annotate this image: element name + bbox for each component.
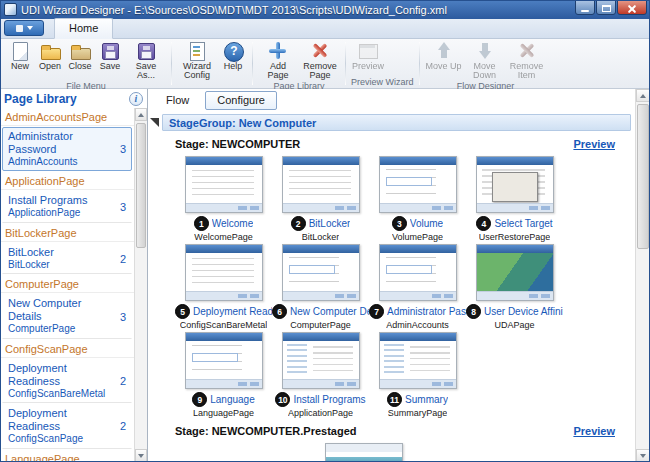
ribbon-group: Move Up Move Down Remove Item Flow Desig… [421,39,551,88]
minimize-button[interactable] [575,0,595,15]
close-button[interactable]: Close [65,41,95,71]
library-group-name: BitLockerPage [5,227,77,239]
preview-icon [355,41,381,61]
page-card[interactable]: 6 New Computer Details ComputerPage [272,244,369,330]
ribbon-button-label: Preview [352,62,384,71]
page-card[interactable]: 8 User Device Affinity UDAPage [466,244,563,330]
scroll-down-icon [640,454,646,458]
library-group-adminaccountspage: AdminAccountsPage [0,108,134,126]
help-button[interactable]: Help [218,41,248,71]
save-button[interactable]: Save [95,41,125,71]
ribbon-button-label: Save As... [127,62,165,81]
page-card-partial[interactable] [315,443,412,462]
close-button[interactable] [617,0,647,15]
page-thumbnail [379,332,457,389]
thumbnail-body [380,165,456,203]
tab-flow[interactable]: Flow [154,91,201,110]
stage-preview-link[interactable]: Preview [573,425,615,437]
scroll-up-button[interactable] [135,108,147,121]
scroll-down-button[interactable] [135,449,147,462]
page-thumbnail [282,244,360,301]
thumbnail-body [380,253,456,291]
flow-canvas: Stage: NEWCOMPUTER Preview 1 Welcome Wel… [148,135,635,462]
page-subtitle: VolumePage [392,232,443,242]
window-controls [575,0,647,15]
thumbnail-titlebar [186,333,262,341]
library-item-subtitle: ComputerPage [8,323,111,335]
add-page-icon [265,41,291,61]
library-page-item[interactable]: Install Programs ApplicationPage 3 [2,191,132,222]
page-card[interactable]: 10 Install Programs ApplicationPage [272,332,369,418]
collapse-stagegroup-icon[interactable] [150,118,159,127]
maximize-button[interactable] [596,0,616,15]
application-menu-button[interactable] [4,20,44,36]
library-item-subtitle: ApplicationPage [8,207,111,219]
tab-configure[interactable]: Configure [205,91,277,110]
page-card[interactable]: 5 Deployment Readiness ConfigScanBareMet… [175,244,272,330]
page-number-badge: 10 [275,392,290,407]
ribbon-button-label: Help [224,62,243,71]
page-subtitle: ComputerPage [290,320,351,330]
scrollbar-thumb[interactable] [637,104,649,249]
page-number-badge: 4 [476,216,491,231]
thumbnail-body [186,253,262,291]
page-card[interactable]: 2 BitLocker BitLocker [272,156,369,242]
library-group-bitlockerpage: BitLockerPage [0,224,134,242]
page-title: BitLocker [309,218,351,229]
page-card[interactable]: 9 Language LanguagePage [175,332,272,418]
library-item-subtitle: BitLocker [8,259,111,271]
page-card[interactable]: 7 Administrator Passw... AdminAccounts [369,244,466,330]
library-page-item[interactable]: Deployment Readiness ConfigScanBareMetal… [2,359,132,403]
tab-home[interactable]: Home [54,18,113,39]
page-library-panel: Page Library AdminAccountsPage Administr… [0,89,148,462]
remove-page-button[interactable]: Remove Page [299,41,341,81]
stage-preview-link[interactable]: Preview [573,138,615,150]
page-subtitle: ConfigScanBareMetal [180,320,268,330]
thumbnail-titlebar [283,333,359,341]
page-subtitle: SummaryPage [388,408,448,418]
page-card[interactable]: 1 Welcome WelcomePage [175,156,272,242]
page-caption: 6 New Computer Details [272,304,369,319]
scroll-down-button[interactable] [636,449,650,462]
page-subtitle: BitLocker [302,232,340,242]
thumbnail-buttonbar [186,291,262,300]
wizard-config-button[interactable]: Wizard Config [176,41,218,81]
library-page-item[interactable]: Deployment Readiness ConfigScanPage 2 [2,404,132,448]
page-number-badge: 9 [192,392,207,407]
ribbon-groups: New Open Close Save Save As... File Menu… [0,39,650,88]
scrollbar-thumb[interactable] [136,123,146,248]
page-subtitle: WelcomePage [194,232,252,242]
scroll-up-button[interactable] [636,89,650,102]
page-subtitle: LanguagePage [193,408,254,418]
library-item-title: BitLocker [8,246,111,259]
minimize-icon [581,10,589,12]
page-subtitle: UDAPage [494,320,534,330]
sidebar-scrollbar[interactable] [134,108,147,462]
thumbnail-titlebar [283,157,359,165]
stagegroup-title: StageGroup: New Computer [169,117,316,129]
page-number-badge: 2 [291,216,306,231]
new-button[interactable]: New [5,41,35,71]
ribbon-group: Add Page Remove Page Page Library [254,39,344,88]
page-card[interactable]: 11 Summary SummaryPage [369,332,466,418]
page-title: Welcome [212,218,254,229]
library-page-item[interactable]: BitLocker BitLocker 2 [2,243,132,274]
library-page-item[interactable]: Administrator Password AdminAccounts 3 [2,127,132,171]
remove-item-button: Remove Item [506,41,548,81]
save-as-button[interactable]: Save As... [125,41,167,81]
page-thumbnail [185,156,263,213]
page-number-badge: 6 [272,304,287,319]
stagegroup-header[interactable]: StageGroup: New Computer [162,114,631,131]
add-page-button[interactable]: Add Page [257,41,299,81]
ribbon-button-label: New [11,62,29,71]
main-scrollbar[interactable] [635,89,650,462]
ribbon-group-separator [419,42,420,85]
ribbon-group-buttons: Preview [347,39,418,77]
info-icon[interactable] [129,92,143,106]
page-title: Select Target [494,218,552,229]
ribbon-button-label: Move Down [466,62,504,81]
page-card[interactable]: 4 Select Target UserRestorePage [466,156,563,242]
page-card[interactable]: 3 Volume VolumePage [369,156,466,242]
library-page-item[interactable]: New Computer Details ComputerPage 3 [2,294,132,338]
open-button[interactable]: Open [35,41,65,71]
